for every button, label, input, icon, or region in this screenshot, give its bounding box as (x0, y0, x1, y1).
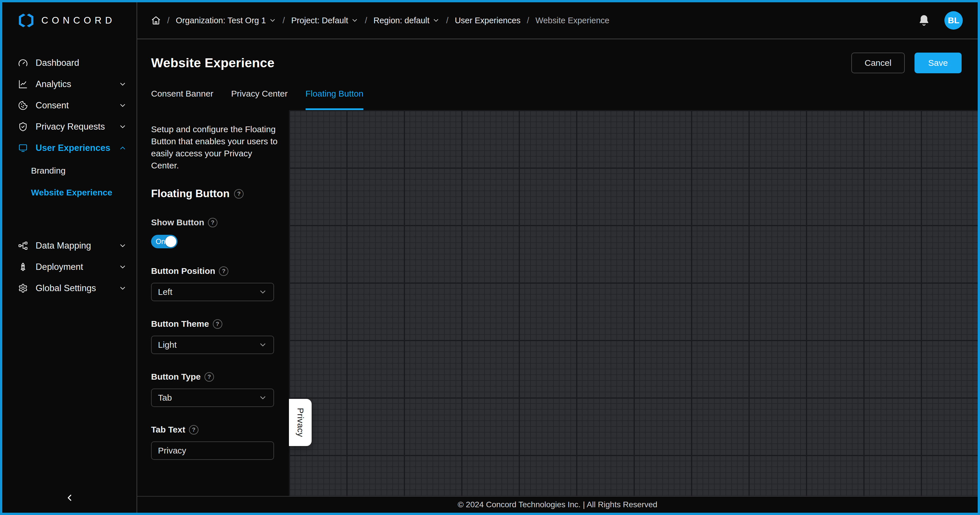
tab-floating-button[interactable]: Floating Button (305, 89, 364, 110)
sidebar-item-branding[interactable]: Branding (2, 160, 137, 182)
sidebar-item-label: User Experiences (36, 143, 110, 153)
logo-wordmark: CONCORD (41, 15, 116, 26)
preview-canvas: Privacy (289, 110, 978, 496)
sidebar-item-global-settings[interactable]: Global Settings (2, 277, 137, 299)
button-theme-label: Button Theme ? (151, 319, 275, 329)
breadcrumb-user-experiences-link[interactable]: User Experiences (455, 16, 520, 25)
concord-logo[interactable]: CONCORD (2, 2, 137, 38)
chevron-down-icon (269, 17, 276, 24)
cancel-button[interactable]: Cancel (851, 53, 904, 73)
tab-text-field: Tab Text ? (151, 425, 275, 460)
selected-value: Light (158, 340, 177, 350)
header-actions: Cancel Save (851, 53, 962, 73)
sidebar-item-dashboard[interactable]: Dashboard (2, 52, 137, 73)
sidebar-item-label: Deployment (36, 262, 83, 272)
sidebar-item-consent[interactable]: Consent (2, 95, 137, 116)
sidebar-item-label: Privacy Requests (36, 121, 105, 132)
tab-text-input[interactable] (151, 442, 274, 460)
page-title: Website Experience (151, 56, 275, 70)
shield-check-icon (18, 121, 28, 132)
sidebar-item-privacy-requests[interactable]: Privacy Requests (2, 116, 137, 137)
show-button-field: Show Button ? On (151, 218, 275, 248)
sidebar-item-label: Branding (31, 166, 65, 175)
user-experiences-submenu: Branding Website Experience (2, 160, 137, 204)
preview-floating-privacy-tab[interactable]: Privacy (289, 399, 312, 446)
tab-consent-banner[interactable]: Consent Banner (151, 89, 213, 110)
sidebar-item-label: Analytics (36, 79, 71, 89)
main-area: / Organization: Test Org 1 / Project: De… (137, 2, 978, 513)
chevron-down-icon (119, 284, 127, 292)
toggle-knob (165, 236, 177, 247)
breadcrumb-separator: / (446, 16, 449, 25)
button-theme-field: Button Theme ? Light (151, 319, 275, 354)
concord-logo-mark (17, 13, 35, 28)
selected-value: Left (158, 287, 172, 297)
chevron-down-icon (258, 288, 267, 296)
chevron-down-icon (119, 242, 127, 250)
save-button[interactable]: Save (915, 53, 962, 73)
toggle-state-label: On (156, 238, 165, 246)
topbar-right: BL (918, 11, 963, 30)
button-type-select[interactable]: Tab (151, 389, 274, 407)
sidebar: CONCORD Dashboard Analytics (2, 2, 137, 513)
help-icon[interactable]: ? (213, 319, 222, 329)
user-avatar[interactable]: BL (944, 11, 963, 30)
chevron-down-icon (119, 80, 127, 88)
button-position-field: Button Position ? Left (151, 266, 275, 301)
sidebar-item-analytics[interactable]: Analytics (2, 73, 137, 95)
button-theme-select[interactable]: Light (151, 336, 274, 354)
section-heading: Floating Button ? (151, 188, 275, 200)
help-icon[interactable]: ? (234, 189, 243, 199)
chevron-down-icon (258, 341, 267, 349)
help-icon[interactable]: ? (219, 266, 228, 276)
sidebar-item-deployment[interactable]: Deployment (2, 256, 137, 277)
selected-value: Tab (158, 393, 172, 403)
help-icon[interactable]: ? (208, 218, 218, 227)
help-icon[interactable]: ? (205, 372, 214, 382)
floating-button-settings-panel: Setup and configure the Floating Button … (137, 110, 289, 496)
sidebar-item-label: Data Mapping (36, 241, 91, 251)
chevron-up-icon (119, 144, 127, 152)
chevron-left-icon (64, 493, 75, 503)
breadcrumb-project-dropdown[interactable]: Project: Default (291, 16, 358, 25)
tab-bar: Consent Banner Privacy Center Floating B… (137, 89, 978, 110)
preview-tab-label: Privacy (296, 408, 305, 437)
rocket-icon (18, 262, 28, 272)
section-title: Floating Button (151, 188, 229, 200)
tab-privacy-center[interactable]: Privacy Center (231, 89, 288, 110)
sidebar-item-label: Consent (36, 100, 68, 111)
breadcrumb-organization-dropdown[interactable]: Organization: Test Org 1 (176, 16, 276, 25)
help-icon[interactable]: ? (189, 425, 199, 435)
sidebar-collapse-button[interactable] (2, 483, 137, 513)
notifications-bell-icon[interactable] (918, 14, 930, 27)
footer: © 2024 Concord Technologies Inc. | All R… (137, 496, 978, 513)
show-button-label: Show Button ? (151, 218, 275, 227)
sitemap-icon (18, 241, 28, 251)
sidebar-item-user-experiences[interactable]: User Experiences (2, 137, 137, 159)
home-icon[interactable] (151, 16, 161, 25)
breadcrumb-separator: / (365, 16, 367, 25)
button-position-label: Button Position ? (151, 266, 275, 276)
button-type-field: Button Type ? Tab (151, 372, 275, 407)
breadcrumb-current-page: Website Experience (535, 16, 609, 25)
chevron-down-icon (258, 394, 267, 402)
breadcrumb-region-dropdown[interactable]: Region: default (373, 16, 440, 25)
gauge-icon (18, 58, 28, 68)
button-position-select[interactable]: Left (151, 283, 274, 301)
breadcrumb-separator: / (527, 16, 529, 25)
button-type-label: Button Type ? (151, 372, 275, 382)
chevron-down-icon (351, 17, 358, 24)
cookie-icon (18, 100, 28, 111)
show-button-toggle[interactable]: On (151, 235, 178, 248)
sidebar-item-data-mapping[interactable]: Data Mapping (2, 235, 137, 256)
topbar: / Organization: Test Org 1 / Project: De… (137, 2, 978, 39)
chevron-down-icon (119, 263, 127, 271)
chevron-down-icon (119, 123, 127, 131)
breadcrumb-separator: / (283, 16, 285, 25)
chevron-down-icon (432, 17, 440, 24)
page-header: Website Experience Cancel Save (137, 39, 978, 73)
app-window: CONCORD Dashboard Analytics (0, 0, 980, 515)
line-chart-icon (18, 79, 28, 89)
chevron-down-icon (119, 102, 127, 110)
sidebar-item-website-experience[interactable]: Website Experience (2, 182, 137, 204)
